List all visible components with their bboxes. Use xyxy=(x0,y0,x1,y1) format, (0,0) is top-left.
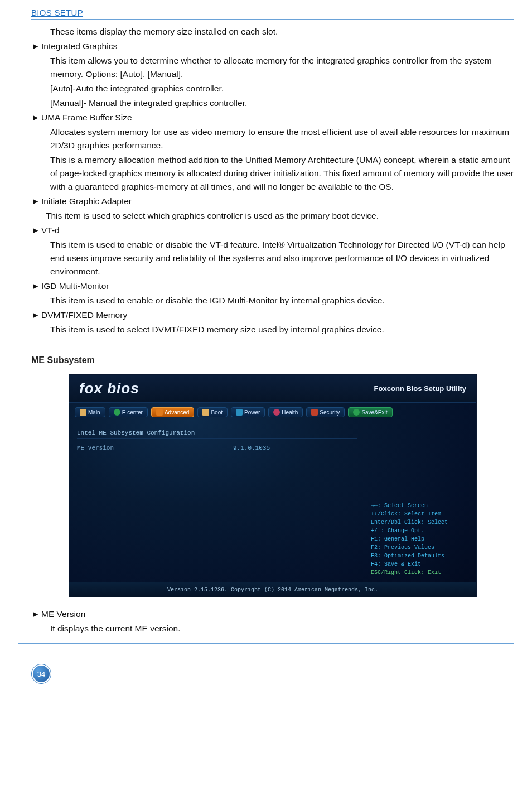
paragraph: This item is used to enable or disable t… xyxy=(50,294,514,307)
item-title: ME Version xyxy=(41,609,85,619)
arrow-icon: ► xyxy=(31,224,41,237)
tab-label: Save&Exit xyxy=(361,409,387,416)
tab-health[interactable]: Health xyxy=(268,407,303,417)
help-line: ESC/Right Click: Exit xyxy=(371,568,471,577)
help-line: F2: Previous Values xyxy=(371,543,471,552)
tab-label: Main xyxy=(88,409,100,416)
help-line: →←: Select Screen xyxy=(371,502,471,510)
tab-label: Health xyxy=(282,409,298,416)
bios-topbar: fox bios Foxconn Bios Setup Utility xyxy=(69,375,476,403)
help-line: F3: Optimized Defaults xyxy=(371,552,471,560)
tab-fcenter[interactable]: F-center xyxy=(109,407,148,417)
paragraph: [Auto]-Auto the integrated graphics cont… xyxy=(50,82,514,95)
page-number-badge: 34 xyxy=(31,664,51,684)
paragraph: Allocates system memory for use as video… xyxy=(50,126,514,152)
boot-icon xyxy=(202,409,209,416)
paragraph: It displays the current ME version. xyxy=(50,622,514,635)
arrow-icon: ► xyxy=(31,195,41,208)
arrow-icon: ► xyxy=(31,111,41,124)
tab-advanced[interactable]: Advanced xyxy=(151,407,194,417)
item-title: UMA Frame Buffer Size xyxy=(41,113,132,122)
tab-label: F-center xyxy=(122,409,143,416)
paragraph: [Manual]- Manual the integrated graphics… xyxy=(50,97,514,110)
bios-footer: Version 2.15.1236. Copyright (C) 2014 Am… xyxy=(69,582,476,597)
item-heading: ►Initiate Graphic Adapter xyxy=(31,195,514,208)
tab-save-exit[interactable]: Save&Exit xyxy=(348,407,392,417)
power-icon xyxy=(236,409,243,416)
save-exit-icon xyxy=(353,409,360,416)
bios-screenshot: fox bios Foxconn Bios Setup Utility Main… xyxy=(69,374,477,597)
tab-label: Power xyxy=(244,409,260,416)
folder-icon xyxy=(80,409,86,416)
paragraph: This item is used to select which graphi… xyxy=(46,209,514,223)
bios-help-panel: →←: Select Screen ↑↓/Click: Select Item … xyxy=(365,425,476,582)
advanced-icon xyxy=(156,409,163,416)
bios-panel-title: Intel ME Subsystem Configuration xyxy=(77,430,357,439)
bios-row-value: 9.1.0.1035 xyxy=(233,445,270,451)
tab-main[interactable]: Main xyxy=(75,407,105,417)
bios-config-row: ME Version 9.1.0.1035 xyxy=(77,445,357,451)
item-title: VT-d xyxy=(41,225,60,235)
arrow-icon: ► xyxy=(31,279,41,293)
paragraph: These items display the memory size inst… xyxy=(50,25,514,38)
fcenter-icon xyxy=(114,409,120,416)
bios-row-label: ME Version xyxy=(77,445,233,451)
item-title: Initiate Graphic Adapter xyxy=(41,196,132,206)
section-header: BIOS SETUP xyxy=(31,8,514,20)
arrow-icon: ► xyxy=(31,608,41,621)
tab-security[interactable]: Security xyxy=(306,407,345,417)
security-icon xyxy=(311,409,318,416)
help-line: +/-: Change Opt. xyxy=(371,527,471,535)
paragraph: This is a memory allocation method addit… xyxy=(50,153,514,194)
health-icon xyxy=(273,409,280,416)
tab-label: Advanced xyxy=(165,409,189,416)
help-line: F1: General Help xyxy=(371,535,471,543)
tab-label: Security xyxy=(320,409,340,416)
item-heading: ►DVMT/FIXED Memory xyxy=(31,308,514,322)
bios-tabs: Main F-center Advanced Boot Power Health… xyxy=(69,403,476,422)
help-line: F4: Save & Exit xyxy=(371,560,471,568)
paragraph: This item is used to select DVMT/FIXED m… xyxy=(50,323,514,336)
item-title: IGD Multi-Monitor xyxy=(41,281,109,291)
help-line: Enter/Dbl Click: Select xyxy=(371,518,471,527)
item-title: Integrated Graphics xyxy=(41,41,117,51)
bios-utility-title: Foxconn Bios Setup Utility xyxy=(374,384,466,393)
paragraph: This item allows you to determine whethe… xyxy=(50,54,514,81)
item-heading: ►ME Version xyxy=(31,608,514,621)
footer-rule xyxy=(18,643,514,644)
item-heading: ►VT-d xyxy=(31,224,514,237)
tab-label: Boot xyxy=(211,409,223,416)
item-heading: ►IGD Multi-Monitor xyxy=(31,279,514,293)
item-title: DVMT/FIXED Memory xyxy=(41,310,127,320)
bios-left-panel: Intel ME Subsystem Configuration ME Vers… xyxy=(69,425,365,582)
arrow-icon: ► xyxy=(31,308,41,322)
bios-logo: fox bios xyxy=(79,380,139,397)
item-heading: ►Integrated Graphics xyxy=(31,40,514,53)
tab-boot[interactable]: Boot xyxy=(197,407,228,417)
section-title: ME Subsystem xyxy=(31,355,514,365)
tab-power[interactable]: Power xyxy=(231,407,265,417)
paragraph: This item is used to enable or disable t… xyxy=(50,238,514,278)
help-line: ↑↓/Click: Select Item xyxy=(371,510,471,518)
header-link: BIOS SETUP xyxy=(31,8,83,17)
item-heading: ►UMA Frame Buffer Size xyxy=(31,111,514,124)
arrow-icon: ► xyxy=(31,40,41,53)
